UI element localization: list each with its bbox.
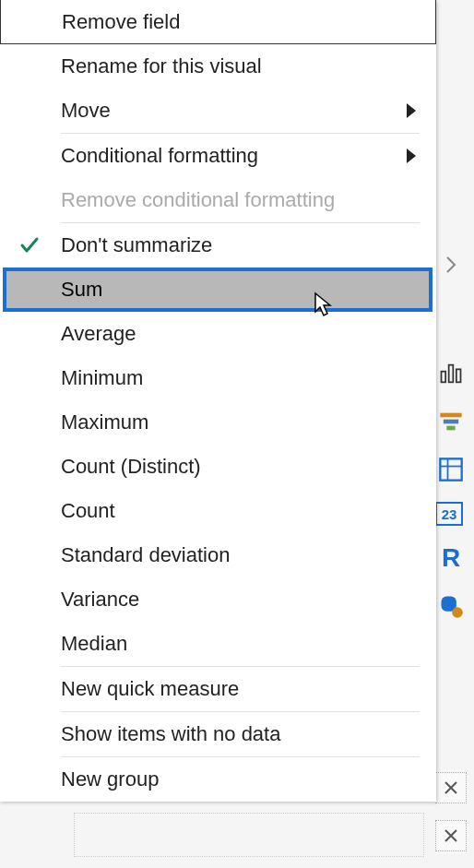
menu-item-label: Sum [61, 278, 420, 302]
icon-label: R [442, 543, 460, 573]
submenu-arrow-icon [407, 149, 416, 163]
svg-rect-0 [442, 372, 446, 383]
menu-item-rename-visual[interactable]: Rename for this visual [0, 44, 436, 89]
svg-rect-5 [446, 426, 455, 431]
svg-point-10 [452, 607, 463, 618]
menu-item-variance[interactable]: Variance [0, 577, 436, 622]
menu-item-label: Minimum [61, 366, 420, 390]
close-buttons-area [435, 772, 467, 851]
expand-chevron-icon[interactable] [435, 249, 467, 280]
menu-item-median[interactable]: Median [0, 622, 436, 666]
menu-item-label: Standard deviation [61, 543, 420, 567]
menu-item-show-items-no-data[interactable]: Show items with no data [0, 712, 436, 756]
menu-item-label: Maximum [61, 410, 420, 434]
menu-item-average[interactable]: Average [0, 312, 436, 356]
menu-item-label: Show items with no data [61, 722, 420, 746]
menu-item-label: Median [61, 632, 420, 656]
menu-item-sum[interactable]: Sum [0, 268, 436, 312]
funnel-chart-icon[interactable] [435, 406, 467, 437]
icon-label: 23 [442, 506, 457, 522]
menu-item-standard-deviation[interactable]: Standard deviation [0, 533, 436, 577]
field-context-menu: Remove field Rename for this visual Move… [0, 0, 436, 802]
menu-item-remove-field[interactable]: Remove field [0, 0, 436, 44]
menu-item-label: Remove conditional formatting [61, 188, 420, 212]
field-dropzone[interactable] [74, 813, 424, 857]
menu-item-remove-conditional-formatting: Remove conditional formatting [0, 178, 436, 222]
r-visual-icon[interactable]: R [435, 542, 467, 574]
menu-item-label: Conditional formatting [61, 144, 407, 168]
svg-rect-3 [440, 413, 461, 418]
menu-item-label: Count (Distinct) [61, 455, 420, 479]
menu-item-dont-summarize[interactable]: Don't summarize [0, 223, 436, 268]
column-chart-icon[interactable] [435, 358, 467, 389]
menu-item-label: Move [61, 99, 407, 123]
menu-item-new-quick-measure[interactable]: New quick measure [0, 667, 436, 711]
menu-item-maximum[interactable]: Maximum [0, 400, 436, 445]
svg-rect-6 [440, 458, 461, 480]
menu-item-minimum[interactable]: Minimum [0, 356, 436, 400]
menu-item-label: Average [61, 322, 420, 346]
menu-item-label: Variance [61, 588, 420, 612]
close-button[interactable] [435, 820, 467, 851]
menu-item-count-distinct[interactable]: Count (Distinct) [0, 445, 436, 489]
menu-item-label: Rename for this visual [61, 54, 420, 78]
checkmark-icon [17, 234, 42, 256]
menu-item-new-group[interactable]: New group [0, 757, 436, 802]
calendar-icon[interactable]: 23 [435, 502, 463, 526]
svg-rect-2 [456, 369, 461, 382]
submenu-arrow-icon [407, 103, 416, 118]
matrix-icon[interactable] [435, 454, 467, 485]
menu-item-label: Don't summarize [61, 233, 420, 257]
menu-item-conditional-formatting[interactable]: Conditional formatting [0, 134, 436, 178]
menu-item-label: Remove field [62, 10, 419, 34]
close-button[interactable] [435, 772, 467, 803]
svg-rect-4 [444, 420, 458, 424]
python-visual-icon[interactable] [435, 590, 467, 622]
menu-item-move[interactable]: Move [0, 89, 436, 133]
visualizations-toolbar: 23 R [435, 249, 467, 622]
svg-rect-1 [449, 365, 454, 383]
menu-item-label: New group [61, 767, 420, 791]
menu-item-label: New quick measure [61, 677, 420, 701]
menu-item-label: Count [61, 499, 420, 523]
menu-item-count[interactable]: Count [0, 489, 436, 533]
